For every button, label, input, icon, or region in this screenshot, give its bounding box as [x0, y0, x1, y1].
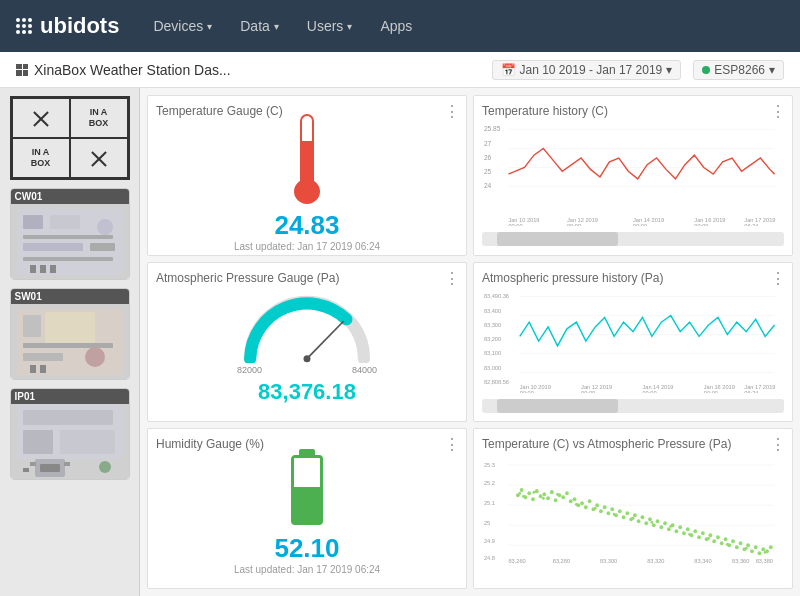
- scrollbar-thumb2: [497, 399, 618, 413]
- svg-text:25: 25: [484, 168, 492, 175]
- logo-text: ubidots: [40, 13, 119, 39]
- widget-menu-icon6[interactable]: ⋮: [770, 435, 786, 454]
- widget-menu-icon5[interactable]: ⋮: [444, 435, 460, 454]
- widget-menu-icon4[interactable]: ⋮: [770, 269, 786, 288]
- svg-point-141: [735, 546, 739, 550]
- svg-rect-9: [40, 265, 46, 273]
- gauge-labels: 82000 84000: [237, 365, 377, 375]
- svg-rect-15: [23, 353, 63, 361]
- svg-point-106: [603, 506, 607, 510]
- svg-point-49: [304, 355, 311, 362]
- svg-text:Jan 10 2019: Jan 10 2019: [508, 217, 539, 223]
- battery-container: [291, 458, 323, 525]
- nav-users[interactable]: Users ▾: [293, 0, 367, 52]
- svg-text:25.2: 25.2: [484, 480, 495, 486]
- device-name-text: ESP8266: [714, 63, 765, 77]
- svg-point-110: [618, 510, 622, 514]
- widget-menu-icon[interactable]: ⋮: [444, 102, 460, 121]
- svg-text:00:00: 00:00: [633, 223, 647, 226]
- nav-apps[interactable]: Apps: [366, 0, 426, 52]
- svg-point-161: [669, 525, 672, 528]
- svg-point-142: [739, 542, 743, 546]
- thermometer-icon: [293, 114, 321, 204]
- svg-text:24: 24: [484, 182, 492, 189]
- svg-text:83,260: 83,260: [508, 559, 526, 565]
- svg-rect-25: [30, 462, 36, 466]
- breadcrumb-bar: XinaBox Weather Station Das... 📅 Jan 10 …: [0, 52, 800, 88]
- svg-point-132: [701, 532, 705, 536]
- svg-rect-1: [23, 215, 43, 229]
- pressure-value: 83,376.18: [258, 379, 356, 405]
- nav-data[interactable]: Data ▾: [226, 0, 293, 52]
- sidebar-card-cw01[interactable]: CW01: [10, 188, 130, 280]
- svg-point-159: [632, 517, 635, 520]
- main-layout: IN A BOX IN A BOX CW01: [0, 88, 800, 596]
- xinabox-logo: IN A BOX IN A BOX: [10, 96, 130, 180]
- svg-text:00:00: 00:00: [642, 390, 656, 393]
- svg-text:Jan 16 2019: Jan 16 2019: [704, 383, 735, 389]
- svg-text:Jan 17 2019: Jan 17 2019: [744, 217, 775, 223]
- sidebar-card-sw01[interactable]: SW01: [10, 288, 130, 380]
- svg-text:Jan 14 2019: Jan 14 2019: [633, 217, 664, 223]
- svg-point-162: [688, 533, 691, 536]
- sidebar-card-ip01[interactable]: IP01: [10, 388, 130, 480]
- svg-text:83,300: 83,300: [484, 322, 501, 328]
- svg-text:25.3: 25.3: [484, 462, 495, 468]
- svg-text:83,360: 83,360: [732, 559, 750, 565]
- svg-point-91: [546, 496, 550, 500]
- svg-point-100: [580, 501, 584, 505]
- svg-text:82,808.56: 82,808.56: [484, 378, 509, 384]
- svg-rect-6: [23, 257, 113, 261]
- svg-point-7: [97, 219, 113, 235]
- temp-history-title: Temperature history (C): [482, 104, 784, 118]
- svg-text:00:00: 00:00: [520, 390, 534, 393]
- chart-scrollbar2[interactable]: [482, 399, 784, 413]
- svg-text:83,000: 83,000: [484, 364, 501, 370]
- svg-point-27: [99, 461, 111, 473]
- svg-rect-5: [90, 243, 115, 251]
- svg-text:00:00: 00:00: [508, 223, 522, 226]
- svg-rect-17: [30, 365, 36, 373]
- svg-point-166: [764, 551, 767, 554]
- scatter-title: Temperature (C) vs Atmospheric Pressure …: [482, 437, 784, 451]
- widget-menu-icon3[interactable]: ⋮: [444, 269, 460, 288]
- device-badge[interactable]: ESP8266 ▾: [693, 60, 784, 80]
- svg-point-120: [656, 520, 660, 524]
- chart-scrollbar[interactable]: [482, 232, 784, 246]
- svg-text:83,380: 83,380: [756, 559, 774, 565]
- svg-point-92: [550, 490, 554, 494]
- svg-rect-4: [23, 243, 83, 251]
- therm-tube: [300, 114, 314, 181]
- svg-point-125: [675, 530, 679, 534]
- card-image-sw01: [11, 304, 129, 379]
- svg-text:06:24: 06:24: [744, 223, 758, 226]
- svg-text:83,200: 83,200: [484, 336, 501, 342]
- svg-text:00:00: 00:00: [567, 223, 581, 226]
- widget-menu-icon2[interactable]: ⋮: [770, 102, 786, 121]
- svg-point-118: [648, 518, 652, 522]
- svg-rect-10: [50, 265, 56, 273]
- svg-point-134: [709, 534, 713, 538]
- nav-devices[interactable]: Devices ▾: [139, 0, 226, 52]
- svg-point-127: [682, 532, 686, 536]
- svg-point-130: [693, 530, 697, 534]
- svg-text:Jan 10 2019: Jan 10 2019: [520, 383, 551, 389]
- humidity-value: 52.10: [274, 533, 339, 564]
- svg-rect-28: [23, 468, 29, 472]
- svg-text:Jan 14 2019: Jan 14 2019: [642, 383, 673, 389]
- svg-point-138: [724, 538, 728, 542]
- svg-point-108: [610, 508, 614, 512]
- svg-text:Jan 12 2019: Jan 12 2019: [581, 383, 612, 389]
- svg-point-157: [594, 507, 597, 510]
- svg-rect-13: [23, 315, 41, 337]
- nav-links: Devices ▾ Data ▾ Users ▾ Apps: [139, 0, 784, 52]
- svg-point-90: [542, 492, 546, 496]
- date-range-badge[interactable]: 📅 Jan 10 2019 - Jan 17 2019 ▾: [492, 60, 682, 80]
- svg-point-126: [678, 526, 682, 530]
- gauge-arc: [237, 293, 377, 363]
- svg-text:25.85: 25.85: [484, 125, 501, 132]
- svg-point-154: [542, 497, 545, 500]
- svg-point-112: [625, 512, 629, 516]
- svg-rect-22: [60, 430, 115, 454]
- svg-point-96: [565, 491, 569, 495]
